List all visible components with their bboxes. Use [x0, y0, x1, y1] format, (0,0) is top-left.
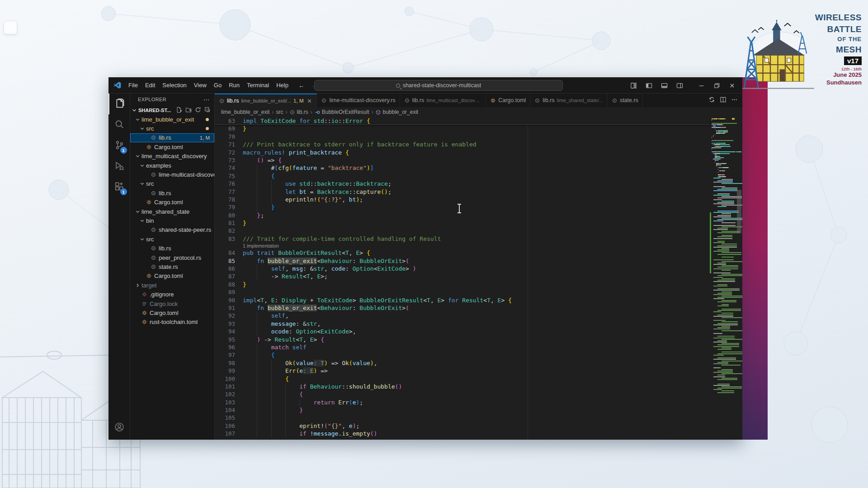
new-folder-icon[interactable] — [185, 107, 192, 114]
menu-selection[interactable]: Selection — [159, 80, 190, 90]
refresh-icon[interactable] — [195, 107, 201, 114]
menu-help[interactable]: Help — [273, 80, 292, 90]
tree-item-target[interactable]: target — [130, 281, 214, 290]
toggle-secondary-sidebar-button[interactable] — [673, 80, 686, 91]
activity-source-control-icon[interactable]: 1 — [108, 135, 130, 156]
tree-item-lib.rs[interactable]: lib.rs — [130, 188, 214, 197]
menu-file[interactable]: File — [125, 80, 142, 90]
activity-account-icon[interactable] — [108, 417, 130, 438]
command-center-search[interactable]: shared-state-discover-multicast — [314, 80, 563, 91]
tree-item-lime_multicast_discovery[interactable]: lime_multicast_discovery — [130, 152, 214, 161]
codelens[interactable]: 1 implementation — [215, 243, 710, 249]
tree-item-lime_shared_state[interactable]: lime_shared_state — [130, 207, 214, 216]
tree-item-lib.rs[interactable]: lib.rs1, M — [130, 133, 214, 142]
code-line-82[interactable]: 82 — [215, 227, 710, 235]
toggle-primary-sidebar-button[interactable] — [642, 80, 656, 91]
code-line-100[interactable]: 100 { — [215, 375, 710, 383]
code-line-104[interactable]: 104 } — [215, 406, 710, 414]
tree-item-state.rs[interactable]: state.rs — [130, 262, 214, 271]
code-line-75[interactable]: 75 { — [215, 172, 710, 180]
tree-item-src[interactable]: src — [130, 179, 214, 188]
code-line-101[interactable]: 101 if Behaviour::should_bubble() — [215, 383, 710, 390]
code-line-102[interactable]: 102 { — [215, 390, 710, 398]
code-line-92[interactable]: 92 self, — [215, 312, 710, 319]
menu-view[interactable]: View — [190, 80, 210, 90]
minimize-button[interactable] — [694, 80, 708, 91]
tree-item-src[interactable]: src — [130, 235, 214, 244]
code-line-83[interactable]: 83/// Trait for compile-time controlled … — [215, 235, 710, 243]
code-line-95[interactable]: 95 ) -> Result<T, E> { — [215, 336, 710, 343]
code-line-87[interactable]: 87 -> Result<T, E>; — [215, 272, 710, 280]
breadcrumb-item-bubble_or_exit[interactable]: bubble_or_exit — [375, 109, 418, 115]
code-line-78[interactable]: 78 eprintln!("{:?}", bt); — [215, 196, 710, 203]
code-line-98[interactable]: 98 Ok(value: T) => Ok(value), — [215, 359, 710, 367]
code-line-70[interactable]: 70 — [215, 133, 710, 141]
menu-terminal[interactable]: Terminal — [243, 80, 273, 90]
breadcrumb-item-BubbleOrExitResult[interactable]: BubbleOrExitResult — [315, 109, 369, 115]
toggle-panel-button[interactable] — [657, 80, 671, 91]
menu-edit[interactable]: Edit — [142, 80, 159, 90]
tree-item-Cargo.toml[interactable]: Cargo.toml — [130, 198, 214, 207]
code-line-77[interactable]: 77 let bt = Backtrace::capture(); — [215, 188, 710, 196]
tree-item-examples[interactable]: examples — [130, 161, 214, 170]
breadcrumb[interactable]: lime_bubble_or_exit›src›lib.rs›BubbleOrE… — [215, 107, 742, 117]
tab-lib.rs[interactable]: lib.rslime_bubble_or_exit/...1, M — [215, 94, 317, 107]
code-line-96[interactable]: 96 match self — [215, 343, 710, 351]
activity-explorer-icon[interactable] — [108, 94, 130, 114]
code-line-94[interactable]: 94 ocode: Option<ExitCode>, — [215, 328, 710, 335]
close-icon[interactable] — [307, 98, 312, 104]
code-line-97[interactable]: 97 { — [215, 351, 710, 359]
tree-item-shared-state-peer.rs[interactable]: shared-state-peer.rs — [130, 225, 214, 235]
code-line-76[interactable]: 76 use std::backtrace::Backtrace; — [215, 180, 710, 188]
tree-item-.gitignore[interactable]: .gitignore — [130, 290, 214, 299]
tree-item-lib.rs[interactable]: lib.rs — [130, 244, 214, 253]
code-line-73[interactable]: 73 () => { — [215, 156, 710, 164]
code-line-69[interactable]: 69} — [215, 125, 710, 132]
tab-lib.rs[interactable]: lib.rslime_multicast_discovery/... — [400, 94, 486, 107]
tree-item-Cargo.toml[interactable]: Cargo.toml — [130, 308, 214, 317]
code-line-88[interactable]: 88} — [215, 281, 710, 288]
code-line-63[interactable]: 63impl ToExitCode for std::io::Error { — [215, 117, 710, 125]
close-button[interactable] — [725, 80, 739, 91]
code-line-105[interactable]: 105 — [215, 414, 710, 422]
scrollbar-handle[interactable] — [737, 190, 741, 233]
minimap[interactable] — [710, 117, 736, 440]
codelens-label[interactable]: 1 implementation — [215, 243, 279, 249]
breadcrumb-item-lib.rs[interactable]: lib.rs — [289, 109, 308, 115]
tree-item-Cargo.lock[interactable]: Cargo.lock — [130, 299, 214, 308]
breadcrumb-item-lime_bubble_or_exit[interactable]: lime_bubble_or_exit — [221, 109, 269, 115]
split-editor-icon[interactable] — [720, 96, 726, 104]
tree-item-src[interactable]: src — [130, 124, 214, 133]
code-line-99[interactable]: 99 Err(e: E) => — [215, 367, 710, 375]
tree-item-rust-toolchain.toml[interactable]: rust-toolchain.toml — [130, 318, 214, 327]
collapse-all-icon[interactable] — [204, 107, 211, 114]
activity-search-icon[interactable] — [108, 114, 130, 135]
tab-lime-multicast-discovery.rs[interactable]: lime-multicast-discovery.rs — [317, 94, 400, 107]
explorer-more-actions-icon[interactable]: ⋯ — [203, 96, 210, 103]
code-line-80[interactable]: 80 }; — [215, 211, 710, 219]
editor-scrollbar[interactable] — [736, 117, 742, 440]
tab-Cargo.toml[interactable]: Cargo.toml — [486, 94, 530, 107]
code-line-86[interactable]: 86 self, msg: &str, code: Option<ExitCod… — [215, 265, 710, 272]
tree-item-Cargo.toml[interactable]: Cargo.toml — [130, 142, 214, 151]
tab-state.rs[interactable]: state.rs — [608, 94, 643, 107]
workspace-section-header[interactable]: SHARED-ST... — [130, 105, 214, 115]
activity-extensions-icon[interactable]: 1 — [108, 177, 130, 197]
navigate-back-button[interactable]: ← — [298, 82, 305, 89]
code-line-84[interactable]: 84pub trait BubbleOrExitResult<T, E> { — [215, 249, 710, 257]
new-file-icon[interactable] — [176, 107, 182, 114]
code-line-71[interactable]: 71/// Print backtrace to stderr only if … — [215, 141, 710, 148]
tab-lib.rs[interactable]: lib.rslime_shared_state/... — [530, 94, 608, 107]
code-line-106[interactable]: 106 eprint!("{}", e); — [215, 422, 710, 430]
code-line-79[interactable]: 79 } — [215, 203, 710, 211]
code-line-107[interactable]: 107 if !message.is_empty() — [215, 430, 710, 437]
code-line-85[interactable]: 85 fn bubble_or_exit<Behaviour: BubbleOr… — [215, 257, 710, 265]
tree-item-bin[interactable]: bin — [130, 216, 214, 225]
more-actions-icon[interactable] — [731, 96, 738, 104]
code-line-89[interactable]: 89 — [215, 288, 710, 296]
code-line-90[interactable]: 90impl<T, E: Display + ToExitCode> Bubbl… — [215, 296, 710, 304]
code-line-93[interactable]: 93 message: &str, — [215, 320, 710, 328]
menu-run[interactable]: Run — [225, 80, 243, 90]
open-changes-icon[interactable] — [708, 96, 715, 104]
code-editor[interactable]: 63impl ToExitCode for std::io::Error {69… — [215, 117, 742, 440]
